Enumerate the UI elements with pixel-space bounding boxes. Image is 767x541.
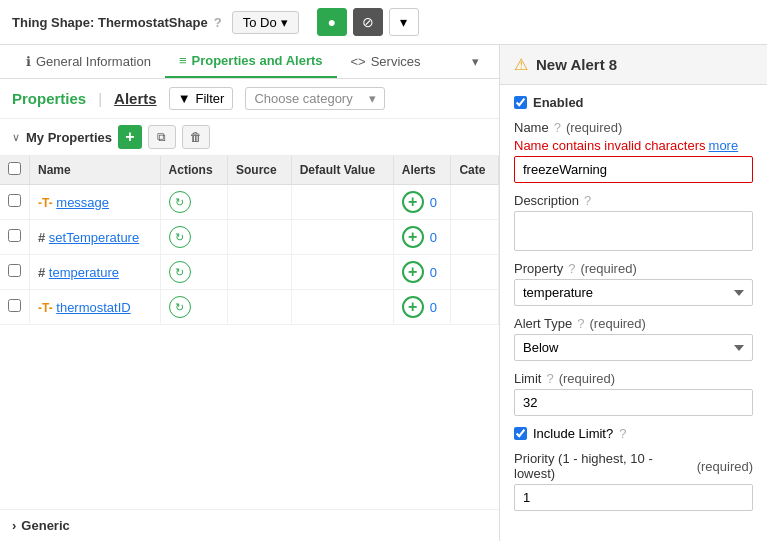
name-label-text: Name xyxy=(514,120,549,135)
copy-action-icon[interactable]: ↻ xyxy=(169,191,191,213)
col-name: Name xyxy=(30,156,161,185)
table-row: # setTemperature ↻ + 0 xyxy=(0,220,499,255)
select-all-checkbox[interactable] xyxy=(8,162,21,175)
name-error-link[interactable]: more xyxy=(709,138,739,153)
row-checkbox[interactable] xyxy=(8,229,21,242)
include-limit-help-icon[interactable]: ? xyxy=(619,426,626,441)
table-row: -T- message ↻ + 0 xyxy=(0,185,499,220)
include-limit-checkbox[interactable] xyxy=(514,427,527,440)
name-help-icon[interactable]: ? xyxy=(554,120,561,135)
properties-table: Name Actions Source Default Value Alerts… xyxy=(0,156,499,325)
description-help-icon[interactable]: ? xyxy=(584,193,591,208)
add-alert-icon[interactable]: + xyxy=(402,191,424,213)
green-icon-button[interactable]: ● xyxy=(317,8,347,36)
add-alert-icon[interactable]: + xyxy=(402,226,424,248)
alert-type-help-icon[interactable]: ? xyxy=(577,316,584,331)
row-category-cell xyxy=(451,290,499,325)
col-checkbox xyxy=(0,156,30,185)
properties-label[interactable]: Properties xyxy=(12,90,86,107)
title-help-icon[interactable]: ? xyxy=(214,15,222,30)
alert-type-select[interactable]: Below Above Equal xyxy=(514,334,753,361)
separator: | xyxy=(98,90,102,107)
my-props-chevron-icon[interactable]: ∨ xyxy=(12,131,20,144)
dark-icon-button[interactable]: ⊘ xyxy=(353,8,383,36)
priority-input[interactable] xyxy=(514,484,753,511)
todo-chevron-icon: ▾ xyxy=(281,15,288,30)
col-source: Source xyxy=(227,156,291,185)
delete-property-button[interactable]: 🗑 xyxy=(182,125,210,149)
add-alert-icon[interactable]: + xyxy=(402,296,424,318)
alert-count[interactable]: 0 xyxy=(430,195,437,210)
todo-button[interactable]: To Do ▾ xyxy=(232,11,299,34)
table-header-row: Name Actions Source Default Value Alerts… xyxy=(0,156,499,185)
alert-count[interactable]: 0 xyxy=(430,230,437,245)
row-checkbox[interactable] xyxy=(8,264,21,277)
alert-title: New Alert 8 xyxy=(536,56,617,73)
type-icon: # xyxy=(38,230,45,245)
include-limit-row: Include Limit? ? xyxy=(514,426,753,441)
alert-type-field-label: Alert Type ? (required) xyxy=(514,316,753,331)
enabled-checkbox[interactable] xyxy=(514,96,527,109)
copy-property-button[interactable]: ⧉ xyxy=(148,125,176,149)
property-link[interactable]: message xyxy=(56,195,109,210)
add-alert-icon[interactable]: + xyxy=(402,261,424,283)
tab-general[interactable]: ℹ General Information xyxy=(12,46,165,77)
tabs-bar: ℹ General Information ≡ Properties and A… xyxy=(0,45,499,79)
row-category-cell xyxy=(451,255,499,290)
property-select[interactable]: temperature xyxy=(514,279,753,306)
alert-count[interactable]: 0 xyxy=(430,300,437,315)
row-name-cell: -T- message xyxy=(30,185,161,220)
row-name-cell: -T- thermostatID xyxy=(30,290,161,325)
name-error-msg: Name contains invalid characters more xyxy=(514,138,753,153)
add-property-button[interactable]: + xyxy=(118,125,142,149)
row-checkbox[interactable] xyxy=(8,194,21,207)
name-field-group: Name ? (required) Name contains invalid … xyxy=(514,120,753,183)
dropdown-icon-button[interactable]: ▾ xyxy=(389,8,419,36)
property-help-icon[interactable]: ? xyxy=(568,261,575,276)
filter-icon: ▼ xyxy=(178,91,191,106)
generic-section[interactable]: › Generic xyxy=(0,509,499,541)
filter-button[interactable]: ▼ Filter xyxy=(169,87,234,110)
right-header: ⚠ New Alert 8 xyxy=(500,45,767,85)
prop-alerts-bar: Properties | Alerts ▼ Filter Choose cate… xyxy=(0,79,499,119)
filter-label: Filter xyxy=(196,91,225,106)
property-link[interactable]: thermostatID xyxy=(56,300,130,315)
row-source-cell xyxy=(227,255,291,290)
row-source-cell xyxy=(227,220,291,255)
row-source-cell xyxy=(227,185,291,220)
alert-count[interactable]: 0 xyxy=(430,265,437,280)
row-checkbox[interactable] xyxy=(8,299,21,312)
row-default-cell xyxy=(291,185,393,220)
category-dropdown[interactable]: Choose category ▾ xyxy=(245,87,385,110)
tab-services[interactable]: <> Services xyxy=(337,46,435,77)
property-link[interactable]: setTemperature xyxy=(49,230,139,245)
main-content: ℹ General Information ≡ Properties and A… xyxy=(0,45,767,541)
name-input[interactable] xyxy=(514,156,753,183)
my-properties-bar: ∨ My Properties + ⧉ 🗑 xyxy=(0,119,499,156)
tab-general-label: General Information xyxy=(36,54,151,69)
list-icon: ≡ xyxy=(179,53,187,68)
col-alerts: Alerts xyxy=(393,156,451,185)
type-icon: -T- xyxy=(38,196,53,210)
tab-properties-alerts[interactable]: ≡ Properties and Alerts xyxy=(165,45,337,78)
copy-action-icon[interactable]: ↻ xyxy=(169,226,191,248)
page-title: Thing Shape: ThermostatShape ? xyxy=(12,15,222,30)
property-link[interactable]: temperature xyxy=(49,265,119,280)
title-text: Thing Shape: ThermostatShape xyxy=(12,15,208,30)
alert-type-field-group: Alert Type ? (required) Below Above Equa… xyxy=(514,316,753,361)
description-input[interactable] xyxy=(514,211,753,251)
limit-help-icon[interactable]: ? xyxy=(546,371,553,386)
property-required-text: (required) xyxy=(580,261,636,276)
row-checkbox-cell xyxy=(0,255,30,290)
info-icon: ℹ xyxy=(26,54,31,69)
alerts-label[interactable]: Alerts xyxy=(114,90,157,107)
priority-field-group: Priority (1 - highest, 10 - lowest) (req… xyxy=(514,451,753,511)
copy-action-icon[interactable]: ↻ xyxy=(169,296,191,318)
tab-expand-icon[interactable]: ▾ xyxy=(464,46,487,77)
my-properties-label: My Properties xyxy=(26,130,112,145)
category-placeholder: Choose category xyxy=(254,91,352,106)
row-source-cell xyxy=(227,290,291,325)
limit-field-group: Limit ? (required) xyxy=(514,371,753,416)
limit-input[interactable] xyxy=(514,389,753,416)
copy-action-icon[interactable]: ↻ xyxy=(169,261,191,283)
